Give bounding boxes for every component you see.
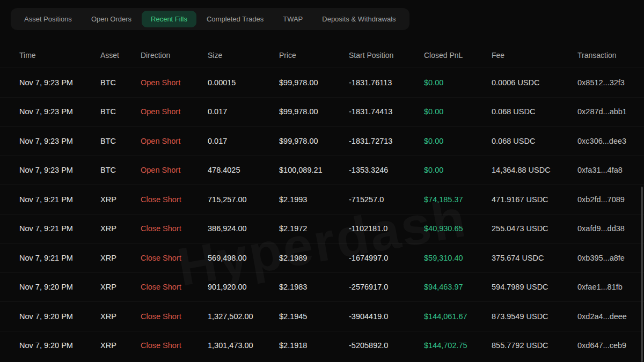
cell-start-position: -1102181.0 bbox=[349, 224, 424, 233]
table-row[interactable]: Nov 7, 9:21 PM XRP Close Short 569,498.0… bbox=[0, 243, 644, 272]
cell-time: Nov 7, 9:20 PM bbox=[19, 312, 100, 321]
tab-asset-positions[interactable]: Asset Positions bbox=[15, 11, 81, 27]
table-row[interactable]: Nov 7, 9:23 PM BTC Open Short 478.4025 $… bbox=[0, 156, 644, 185]
cell-size: 1,327,502.00 bbox=[208, 312, 279, 321]
cell-direction: Open Short bbox=[141, 78, 208, 87]
cell-price: $2.1983 bbox=[279, 283, 349, 291]
cell-closed-pnl: $94,463.97 bbox=[424, 283, 492, 291]
cell-price: $100,089.21 bbox=[279, 166, 349, 174]
tab-twap[interactable]: TWAP bbox=[274, 11, 312, 27]
cell-fee: 0.068 USDC bbox=[492, 107, 577, 116]
cell-direction: Close Short bbox=[141, 195, 208, 204]
cell-asset: XRP bbox=[100, 341, 141, 350]
cell-closed-pnl: $144,702.75 bbox=[424, 341, 492, 350]
cell-fee: 855.7792 USDC bbox=[492, 341, 577, 350]
cell-closed-pnl: $59,310.40 bbox=[424, 254, 492, 262]
table-row[interactable]: Nov 7, 9:23 PM BTC Open Short 0.00015 $9… bbox=[0, 68, 644, 97]
cell-size: 901,920.00 bbox=[208, 283, 279, 291]
table-row[interactable]: Nov 7, 9:20 PM XRP Close Short 1,301,473… bbox=[0, 331, 644, 360]
cell-time: Nov 7, 9:23 PM bbox=[19, 107, 100, 116]
scrollbar-thumb[interactable] bbox=[641, 187, 643, 362]
table-row[interactable]: Nov 7, 9:21 PM XRP Close Short 715,257.0… bbox=[0, 184, 644, 214]
tab-label: Deposits & Withdrawals bbox=[322, 15, 396, 23]
cell-fee: 0.0006 USDC bbox=[492, 78, 577, 87]
table-row[interactable]: Nov 7, 9:23 PM BTC Open Short 0.017 $99,… bbox=[0, 97, 644, 127]
cell-start-position: -1831.72713 bbox=[349, 137, 424, 145]
cell-direction: Close Short bbox=[141, 341, 208, 350]
tab-label: Open Orders bbox=[91, 15, 131, 23]
cell-transaction-link[interactable]: 0xfae1...81fb bbox=[577, 283, 644, 291]
cell-direction: Close Short bbox=[141, 283, 208, 291]
cell-direction: Close Short bbox=[141, 312, 208, 321]
column-header-size: Size bbox=[208, 51, 279, 60]
cell-direction: Open Short bbox=[141, 137, 208, 145]
tab-label: Recent Fills bbox=[151, 15, 187, 23]
cell-price: $2.1993 bbox=[279, 195, 349, 204]
cell-start-position: -3904419.0 bbox=[349, 312, 424, 321]
column-header-fee: Fee bbox=[492, 51, 577, 60]
cell-closed-pnl: $74,185.37 bbox=[424, 195, 492, 204]
cell-transaction-link[interactable]: 0xd2a4...deee bbox=[577, 312, 644, 321]
cell-price: $2.1945 bbox=[279, 312, 349, 321]
table-row[interactable]: Nov 7, 9:20 PM XRP Close Short 1,327,502… bbox=[0, 301, 644, 331]
cell-size: 0.00015 bbox=[208, 78, 279, 87]
cell-closed-pnl: $0.00 bbox=[424, 137, 492, 145]
cell-start-position: -1831.76113 bbox=[349, 78, 424, 87]
cell-asset: XRP bbox=[100, 283, 141, 291]
cell-fee: 471.9167 USDC bbox=[492, 195, 577, 204]
cell-price: $2.1989 bbox=[279, 254, 349, 262]
cell-start-position: -1353.3246 bbox=[349, 166, 424, 174]
cell-asset: XRP bbox=[100, 224, 141, 233]
cell-fee: 0.068 USDC bbox=[492, 137, 577, 145]
tab-recent-fills[interactable]: Recent Fills bbox=[142, 11, 196, 27]
cell-price: $2.1972 bbox=[279, 224, 349, 233]
cell-time: Nov 7, 9:21 PM bbox=[19, 195, 100, 204]
cell-transaction-link[interactable]: 0xb2fd...7089 bbox=[577, 195, 644, 204]
table-row[interactable]: Nov 7, 9:21 PM XRP Close Short 386,924.0… bbox=[0, 214, 644, 243]
cell-transaction-link[interactable]: 0xfa31...4fa8 bbox=[577, 166, 644, 174]
tab-deposits-withdrawals[interactable]: Deposits & Withdrawals bbox=[313, 11, 405, 27]
cell-transaction-link[interactable]: 0xafd9...dd38 bbox=[577, 224, 644, 233]
cell-fee: 255.0473 USDC bbox=[492, 224, 577, 233]
cell-size: 0.017 bbox=[208, 137, 279, 145]
tab-bar: Asset Positions Open Orders Recent Fills… bbox=[11, 8, 409, 30]
cell-closed-pnl: $144,061.67 bbox=[424, 312, 492, 321]
cell-price: $99,978.00 bbox=[279, 107, 349, 116]
cell-closed-pnl: $0.00 bbox=[424, 78, 492, 87]
table-row[interactable]: Nov 7, 9:20 PM XRP Close Short 901,920.0… bbox=[0, 272, 644, 302]
recent-fills-table: Time Asset Direction Size Price Start Po… bbox=[0, 43, 644, 360]
tab-completed-trades[interactable]: Completed Trades bbox=[197, 11, 273, 27]
table-header-row: Time Asset Direction Size Price Start Po… bbox=[0, 43, 644, 68]
cell-asset: BTC bbox=[100, 78, 141, 87]
cell-transaction-link[interactable]: 0xd647...ceb9 bbox=[577, 341, 644, 350]
cell-asset: BTC bbox=[100, 166, 141, 174]
cell-time: Nov 7, 9:23 PM bbox=[19, 166, 100, 174]
column-header-asset: Asset bbox=[100, 51, 141, 60]
cell-time: Nov 7, 9:21 PM bbox=[19, 254, 100, 262]
cell-transaction-link[interactable]: 0xb395...a8fe bbox=[577, 254, 644, 262]
cell-direction: Close Short bbox=[141, 224, 208, 233]
cell-time: Nov 7, 9:20 PM bbox=[19, 283, 100, 291]
column-header-price: Price bbox=[279, 51, 349, 60]
cell-size: 1,301,473.00 bbox=[208, 341, 279, 350]
table-row[interactable]: Nov 7, 9:23 PM BTC Open Short 0.017 $99,… bbox=[0, 126, 644, 156]
cell-asset: XRP bbox=[100, 254, 141, 262]
cell-size: 478.4025 bbox=[208, 166, 279, 174]
cell-asset: BTC bbox=[100, 137, 141, 145]
cell-price: $99,978.00 bbox=[279, 137, 349, 145]
cell-time: Nov 7, 9:23 PM bbox=[19, 137, 100, 145]
cell-time: Nov 7, 9:21 PM bbox=[19, 224, 100, 233]
column-header-closed-pnl: Closed PnL bbox=[424, 51, 492, 60]
cell-size: 715,257.00 bbox=[208, 195, 279, 204]
cell-time: Nov 7, 9:20 PM bbox=[19, 341, 100, 350]
cell-closed-pnl: $40,930.65 bbox=[424, 224, 492, 233]
cell-transaction-link[interactable]: 0xc306...dee3 bbox=[577, 137, 644, 145]
cell-time: Nov 7, 9:23 PM bbox=[19, 78, 100, 87]
cell-transaction-link[interactable]: 0x8512...32f3 bbox=[577, 78, 644, 87]
cell-direction: Close Short bbox=[141, 254, 208, 262]
cell-start-position: -1831.74413 bbox=[349, 107, 424, 116]
cell-transaction-link[interactable]: 0x287d...abb1 bbox=[577, 107, 644, 116]
tab-open-orders[interactable]: Open Orders bbox=[82, 11, 141, 27]
cell-asset: XRP bbox=[100, 195, 141, 204]
cell-direction: Open Short bbox=[141, 166, 208, 174]
